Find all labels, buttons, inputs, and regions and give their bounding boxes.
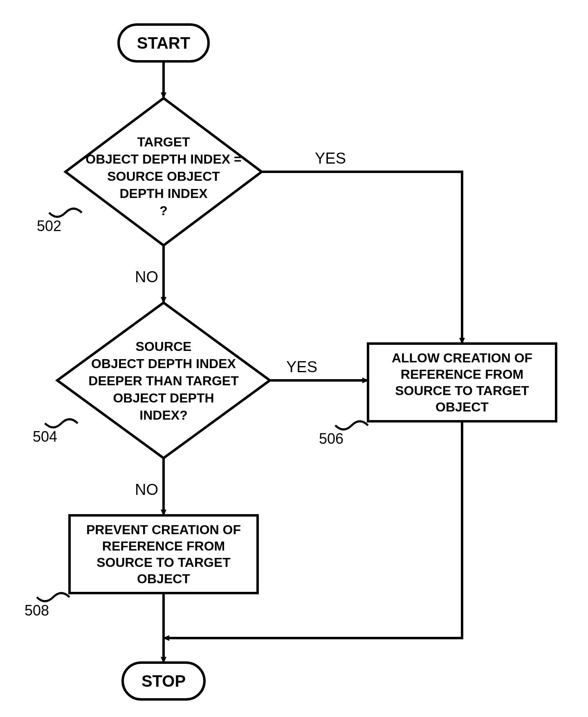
stop-node: STOP [123,663,204,699]
d2-line2: OBJECT DEPTH INDEX [91,356,236,371]
prevent-line4: OBJECT [137,571,190,586]
ref-502-squiggle [49,209,82,217]
stop-label: STOP [141,672,186,690]
d2-line3: DEEPER THAN TARGET [88,373,239,388]
edge-d2-no: NO [135,458,164,515]
allow-line2: REFERENCE FROM [401,367,523,382]
decision-source-deeper: SOURCE OBJECT DEPTH INDEX DEEPER THAN TA… [57,303,270,458]
edge-d1-yes: YES [262,150,462,344]
process-prevent: PREVENT CREATION OF REFERENCE FROM SOURC… [70,515,258,593]
ref-506: 506 [319,430,343,447]
prevent-line3: SOURCE TO TARGET [97,555,231,570]
d1-line5: ? [159,203,168,218]
ref-508: 508 [25,602,49,619]
d1-line1: TARGET [137,135,190,149]
allow-line1: ALLOW CREATION OF [392,351,532,365]
d1-yes-label: YES [315,150,346,167]
d1-line2: OBJECT DEPTH INDEX = [85,152,241,166]
ref-508-squiggle [37,593,70,601]
d2-no-label: NO [135,481,158,498]
ref-504-squiggle [45,419,78,427]
prevent-line1: PREVENT CREATION OF [86,522,241,537]
d2-line4: OBJECT DEPTH [113,391,214,405]
decision-depth-equal: TARGET OBJECT DEPTH INDEX = SOURCE OBJEC… [65,98,262,245]
allow-line4: OBJECT [435,400,489,414]
ref-504: 504 [33,428,57,445]
start-node: START [119,25,209,61]
d1-no-label: NO [135,268,158,285]
prevent-line2: REFERENCE FROM [102,539,225,553]
d2-line5: INDEX? [139,408,187,423]
d2-line1: SOURCE [136,339,192,354]
flowchart-canvas: START TARGET OBJECT DEPTH INDEX = SOURCE… [0,0,588,717]
edge-d2-yes: YES [270,358,368,380]
edge-d1-no: NO [135,245,164,303]
ref-506-squiggle [335,421,368,429]
d1-line3: SOURCE OBJECT [107,169,220,184]
ref-502: 502 [37,218,61,234]
start-label: START [137,34,190,52]
allow-line3: SOURCE TO TARGET [395,383,529,398]
d2-yes-label: YES [286,358,317,375]
d1-line4: DEPTH INDEX [119,186,208,201]
process-allow: ALLOW CREATION OF REFERENCE FROM SOURCE … [368,344,556,421]
